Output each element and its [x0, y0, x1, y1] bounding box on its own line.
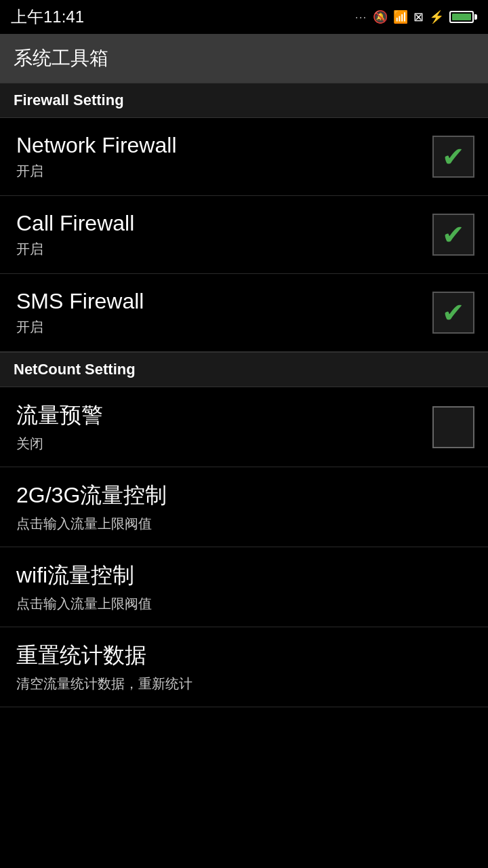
charging-icon: ⚡ [429, 9, 444, 24]
reset-statistics-text: 重置统计数据 清空流量统计数据，重新统计 [16, 641, 474, 693]
section-header-firewall: Firewall Setting [0, 83, 488, 118]
network-firewall-title: Network Firewall [16, 133, 422, 158]
traffic-warning-checkbox[interactable] [432, 406, 474, 448]
setting-item-network-firewall[interactable]: Network Firewall 开启 ✔ [0, 118, 488, 196]
mobile-data-subtitle: 点击输入流量上限阀值 [16, 515, 474, 533]
network-firewall-text: Network Firewall 开启 [16, 133, 422, 180]
setting-item-call-firewall[interactable]: Call Firewall 开启 ✔ [0, 196, 488, 274]
status-bar: 上午11:41 ··· 🔕 📶 ⊠ ⚡ [0, 0, 488, 34]
battery-fill [452, 14, 471, 20]
network-firewall-checkmark: ✔ [442, 143, 465, 170]
setting-item-wifi-data[interactable]: wifi流量控制 点击输入流量上限阀值 [0, 547, 488, 627]
call-firewall-subtitle: 开启 [16, 240, 422, 258]
sms-firewall-checkmark: ✔ [442, 299, 465, 326]
sms-firewall-title: SMS Firewall [16, 289, 422, 314]
wifi-icon: 📶 [393, 9, 408, 24]
silent-icon: 🔕 [373, 9, 388, 24]
setting-item-traffic-warning[interactable]: 流量预警 关闭 [0, 387, 488, 467]
setting-item-mobile-data[interactable]: 2G/3G流量控制 点击输入流量上限阀值 [0, 467, 488, 547]
network-firewall-checkbox[interactable]: ✔ [432, 136, 474, 178]
battery-tip [474, 14, 477, 20]
call-firewall-checkmark: ✔ [442, 221, 465, 248]
call-firewall-checkbox[interactable]: ✔ [432, 214, 474, 256]
traffic-warning-text: 流量预警 关闭 [16, 401, 422, 453]
section-header-firewall-label: Firewall Setting [14, 92, 124, 109]
signal-dots-icon: ··· [355, 12, 367, 22]
status-time: 上午11:41 [11, 6, 84, 28]
battery-icon [449, 11, 477, 23]
reset-statistics-title: 重置统计数据 [16, 641, 474, 671]
title-bar: 系统工具箱 [0, 34, 488, 83]
wifi-data-text: wifi流量控制 点击输入流量上限阀值 [16, 561, 474, 613]
section-header-netcount: NetCount Setting [0, 352, 488, 387]
wifi-data-title: wifi流量控制 [16, 561, 474, 591]
screen-record-icon: ⊠ [413, 9, 424, 24]
sms-firewall-checkbox[interactable]: ✔ [432, 292, 474, 334]
setting-item-reset-statistics[interactable]: 重置统计数据 清空流量统计数据，重新统计 [0, 627, 488, 707]
call-firewall-title: Call Firewall [16, 211, 422, 236]
setting-item-sms-firewall[interactable]: SMS Firewall 开启 ✔ [0, 274, 488, 352]
status-icons: ··· 🔕 📶 ⊠ ⚡ [355, 9, 477, 24]
reset-statistics-subtitle: 清空流量统计数据，重新统计 [16, 675, 474, 693]
sms-firewall-text: SMS Firewall 开启 [16, 289, 422, 336]
call-firewall-text: Call Firewall 开启 [16, 211, 422, 258]
traffic-warning-title: 流量预警 [16, 401, 422, 431]
mobile-data-text: 2G/3G流量控制 点击输入流量上限阀值 [16, 481, 474, 533]
page-title: 系统工具箱 [14, 45, 108, 71]
section-header-netcount-label: NetCount Setting [14, 361, 136, 378]
sms-firewall-subtitle: 开启 [16, 318, 422, 336]
traffic-warning-subtitle: 关闭 [16, 435, 422, 453]
wifi-data-subtitle: 点击输入流量上限阀值 [16, 595, 474, 613]
mobile-data-title: 2G/3G流量控制 [16, 481, 474, 511]
network-firewall-subtitle: 开启 [16, 162, 422, 180]
